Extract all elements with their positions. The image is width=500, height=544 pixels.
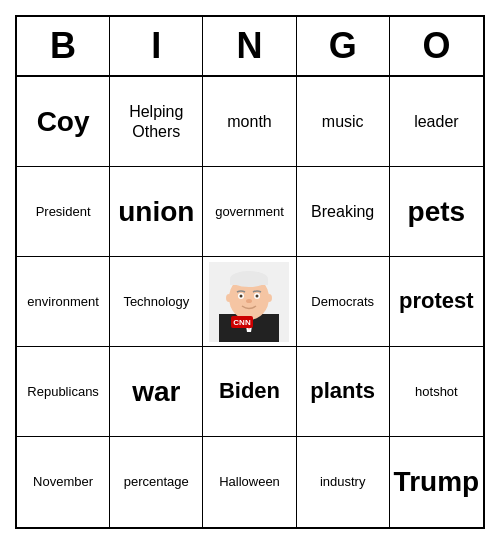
cell-r5c2[interactable]: percentage (110, 437, 203, 527)
cell-text: protest (399, 288, 474, 314)
cell-text: month (227, 112, 271, 131)
cell-r4c4[interactable]: plants (297, 347, 390, 437)
svg-point-10 (240, 294, 243, 297)
cell-text: Breaking (311, 202, 374, 221)
header-b: B (17, 17, 110, 75)
cell-r3c2[interactable]: Technology (110, 257, 203, 347)
cell-text: government (215, 204, 284, 220)
svg-point-14 (266, 294, 272, 302)
cell-text: industry (320, 474, 366, 490)
cell-r4c2[interactable]: war (110, 347, 203, 437)
biden-image: CNN (209, 262, 289, 342)
bingo-grid: Coy Helping Others month music leader Pr… (17, 77, 483, 527)
svg-point-13 (226, 294, 232, 302)
svg-text:CNN: CNN (234, 318, 252, 327)
cell-text: war (132, 375, 180, 409)
cell-text: hotshot (415, 384, 458, 400)
cell-text: Coy (37, 105, 90, 139)
cell-text: Biden (219, 378, 280, 404)
cell-r3c5[interactable]: protest (390, 257, 483, 347)
cell-r2c1[interactable]: President (17, 167, 110, 257)
cell-r3c4[interactable]: Democrats (297, 257, 390, 347)
cell-text: Democrats (311, 294, 374, 310)
cell-r3c1[interactable]: environment (17, 257, 110, 347)
cell-r4c1[interactable]: Republicans (17, 347, 110, 437)
cell-r1c4[interactable]: music (297, 77, 390, 167)
cell-r4c3[interactable]: Biden (203, 347, 296, 437)
cell-r1c3[interactable]: month (203, 77, 296, 167)
cell-text: Halloween (219, 474, 280, 490)
cell-r2c2[interactable]: union (110, 167, 203, 257)
cell-r5c4[interactable]: industry (297, 437, 390, 527)
header-o: O (390, 17, 483, 75)
svg-point-11 (256, 294, 259, 297)
svg-point-12 (246, 299, 252, 303)
header-i: I (110, 17, 203, 75)
svg-rect-7 (230, 279, 268, 285)
bingo-header: B I N G O (17, 17, 483, 77)
cell-r2c4[interactable]: Breaking (297, 167, 390, 257)
cell-r1c2[interactable]: Helping Others (110, 77, 203, 167)
cell-text: President (36, 204, 91, 220)
cell-text: pets (408, 195, 466, 229)
cell-r3c3-free[interactable]: CNN (203, 257, 296, 347)
cell-r5c5[interactable]: Trump (390, 437, 483, 527)
cell-r5c3[interactable]: Halloween (203, 437, 296, 527)
cell-text: music (322, 112, 364, 131)
cell-text: leader (414, 112, 458, 131)
header-g: G (297, 17, 390, 75)
cell-text: Republicans (27, 384, 99, 400)
cell-text: November (33, 474, 93, 490)
cell-r4c5[interactable]: hotshot (390, 347, 483, 437)
cell-text: plants (310, 378, 375, 404)
cell-text: percentage (124, 474, 189, 490)
cell-text: Technology (123, 294, 189, 310)
header-n: N (203, 17, 296, 75)
cell-text: Helping Others (114, 102, 198, 140)
bingo-card: B I N G O Coy Helping Others month music… (15, 15, 485, 529)
cell-r2c5[interactable]: pets (390, 167, 483, 257)
cell-text: environment (27, 294, 99, 310)
cell-r2c3[interactable]: government (203, 167, 296, 257)
cell-r1c1[interactable]: Coy (17, 77, 110, 167)
cell-text: Trump (394, 465, 480, 499)
cell-r1c5[interactable]: leader (390, 77, 483, 167)
cell-r5c1[interactable]: November (17, 437, 110, 527)
cell-text: union (118, 195, 194, 229)
